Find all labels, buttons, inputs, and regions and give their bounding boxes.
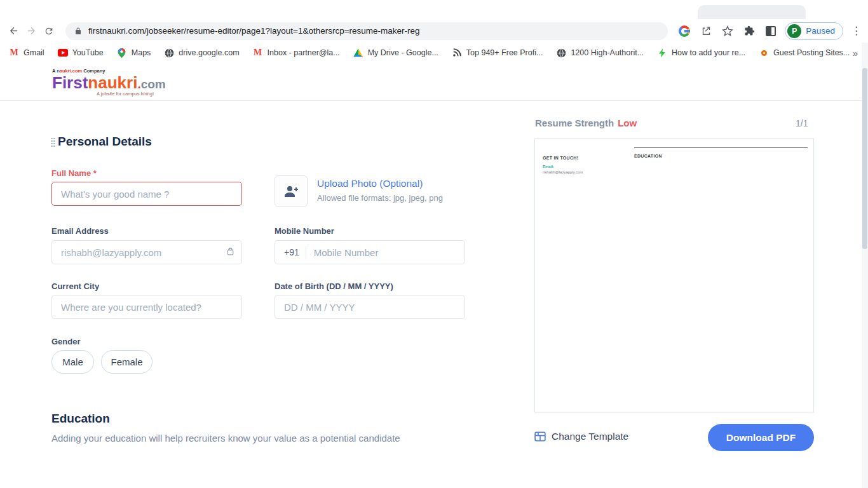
bookmark-gmail[interactable]: M Gmail [9, 48, 44, 58]
globe-icon [556, 48, 566, 58]
side-panel-icon[interactable] [763, 24, 778, 39]
sync-paused-label: Paused [806, 26, 835, 36]
resume-email-label: Email: [543, 165, 554, 168]
back-arrow-icon [8, 25, 19, 36]
email-lock-icon [226, 247, 234, 259]
current-city-input[interactable] [51, 295, 242, 319]
youtube-icon [58, 48, 68, 58]
upload-photo-link[interactable]: Upload Photo (Optional) [317, 178, 423, 189]
tab-strip [0, 0, 868, 19]
gmail-icon: M [9, 48, 19, 58]
url-text[interactable]: firstnaukri.com/jobseeker/resume-editor/… [88, 26, 420, 36]
email-field-wrap [51, 240, 242, 264]
full-name-input[interactable] [51, 182, 242, 206]
share-icon[interactable] [698, 24, 714, 39]
drag-handle-icon[interactable] [51, 138, 56, 148]
browser-window: firstnaukri.com/jobseeker/resume-editor/… [0, 0, 868, 488]
feed-icon [452, 48, 462, 58]
forward-arrow-icon [26, 25, 37, 36]
dob-label: Date of Birth (DD / MM / YYYY) [275, 281, 393, 291]
bookmark-youtube[interactable]: YouTube [58, 48, 104, 58]
change-template-button[interactable]: Change Template [534, 431, 628, 442]
dob-input[interactable] [275, 295, 465, 319]
upload-photo-box[interactable] [275, 175, 308, 207]
person-add-icon [283, 184, 299, 199]
full-name-label: Full Name * [51, 168, 97, 178]
reload-icon [44, 26, 54, 36]
email-input[interactable] [51, 240, 242, 264]
logo-wordmark: Firstnaukri.com [52, 74, 154, 91]
upload-photo-hint: Allowed file formats: jpg, jpeg, png [317, 193, 443, 203]
bookmark-maps[interactable]: Maps [117, 48, 151, 58]
browser-toolbar: firstnaukri.com/jobseeker/resume-editor/… [0, 19, 868, 43]
reload-button[interactable] [40, 22, 58, 40]
bookmark-top-949[interactable]: Top 949+ Free Profi... [452, 48, 543, 58]
education-section-title: Education [51, 412, 110, 426]
education-section-subtitle: Adding your education will help recruite… [51, 433, 400, 444]
mobile-input[interactable] [306, 247, 465, 258]
scrollbar-track[interactable] [862, 43, 868, 488]
gender-label: Gender [51, 337, 81, 346]
bookmark-inbox[interactable]: M Inbox - partner@la... [253, 48, 340, 58]
resume-get-in-touch-heading: GET IN TOUCH! [543, 156, 578, 160]
ssl-lock-icon[interactable] [74, 27, 82, 36]
profile-button[interactable]: P Paused [785, 22, 843, 40]
bookmark-drive-link[interactable]: drive.google.com [164, 48, 239, 58]
personal-details-section-header: Personal Details [51, 135, 152, 149]
site-header: A naukri.com Company Firstnaukri.com A j… [0, 63, 868, 101]
bookmark-guest-posting[interactable]: Guest Posting Sites... [759, 48, 850, 58]
chrome-menu-icon[interactable]: ⋮ [851, 24, 862, 37]
resume-strength: Resume StrengthLow [535, 118, 637, 128]
bookmark-star-icon[interactable] [720, 24, 735, 39]
bookmarks-bar: M Gmail YouTube Maps drive.google.com M … [0, 43, 868, 63]
resume-email-value: rishabh@lazyapply.com [543, 170, 583, 174]
mobile-country-code: +91 [275, 246, 306, 259]
maps-pin-icon [117, 48, 127, 58]
bookmark-1200-high[interactable]: 1200 High-Authorit... [556, 48, 644, 58]
current-city-label: Current City [51, 281, 99, 291]
back-button[interactable] [5, 22, 23, 40]
address-bar[interactable]: firstnaukri.com/jobseeker/resume-editor/… [65, 22, 668, 40]
extensions-puzzle-icon[interactable] [742, 24, 757, 39]
bookmark-my-drive[interactable]: My Drive - Google... [353, 48, 438, 58]
globe-icon [164, 48, 174, 58]
gmail-icon: M [253, 48, 263, 58]
resume-preview-card[interactable]: GET IN TOUCH! Email: rishabh@lazyapply.c… [534, 139, 814, 412]
template-grid-icon [534, 431, 546, 442]
google-account-icon[interactable] [677, 24, 692, 39]
gender-female-button[interactable]: Female [101, 350, 153, 374]
page-indicator: 1/1 [796, 118, 808, 128]
google-drive-icon [353, 48, 363, 58]
bookmark-how-to-add[interactable]: How to add your re... [657, 48, 745, 58]
forward-button[interactable] [23, 22, 41, 40]
firstnaukri-logo[interactable]: A naukri.com Company Firstnaukri.com A j… [52, 68, 154, 97]
mobile-label: Mobile Number [275, 226, 334, 236]
bookmarks-overflow-chevron[interactable]: » [853, 48, 858, 58]
orange-dot-icon [759, 48, 769, 58]
download-pdf-button[interactable]: Download PDF [708, 424, 814, 451]
personal-details-title: Personal Details [58, 135, 152, 149]
resume-education-heading: EDUCATION [634, 154, 662, 158]
email-label: Email Address [51, 226, 109, 236]
gender-male-button[interactable]: Male [51, 350, 94, 374]
lightning-bolt-icon [657, 48, 667, 58]
scrollbar-thumb[interactable] [862, 68, 867, 249]
mobile-field-wrap: +91 [275, 240, 465, 264]
strength-value-badge: Low [618, 118, 637, 128]
resume-section-divider [634, 147, 808, 148]
toolbar-icons: P Paused ⋮ [677, 22, 868, 40]
inactive-tab[interactable] [698, 5, 806, 19]
avatar: P [787, 24, 801, 38]
